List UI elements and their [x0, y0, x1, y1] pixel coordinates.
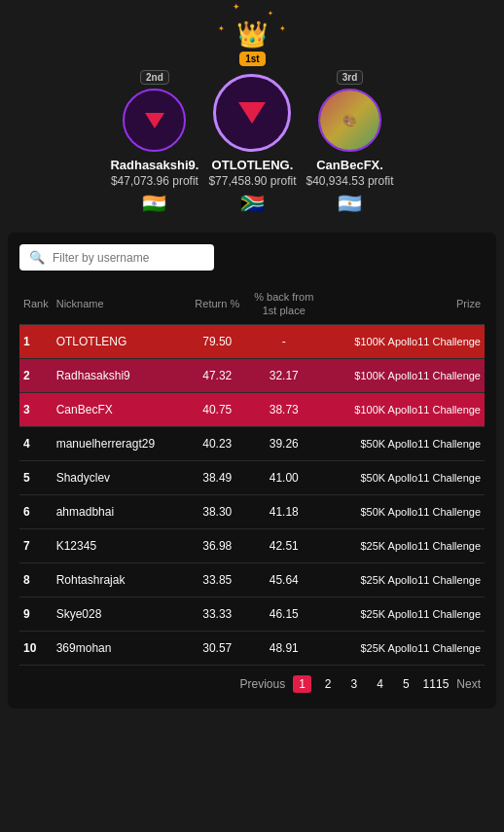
table-row: 1 OTLOTLENG 79.50 - $100K Apollo11 Chall… [19, 324, 485, 358]
cell-back: 42.51 [250, 528, 318, 562]
second-rank-badge: 2nd [140, 70, 169, 85]
cell-return: 47.32 [185, 358, 250, 392]
table-row: 8 Rohtashrajak 33.85 45.64 $25K Apollo11… [19, 562, 485, 597]
col-rank: Rank [19, 284, 53, 324]
podium-second: 2nd Radhasakshi9. $47,073.96 profit 🇮🇳 [110, 70, 198, 215]
cell-back: 48.91 [250, 631, 318, 665]
cell-back: 41.18 [250, 494, 318, 528]
third-rank-badge: 3rd [337, 70, 364, 85]
cell-rank: 5 [19, 460, 53, 494]
col-nickname: Nickname [53, 284, 185, 324]
third-name: CanBecFX. [316, 158, 383, 172]
second-profit: $47,073.96 profit [111, 174, 198, 188]
first-rank-badge: 1st [239, 52, 265, 66]
second-flag: 🇮🇳 [142, 192, 166, 215]
table-row: 10 369mohan 30.57 48.91 $25K Apollo11 Ch… [19, 631, 485, 665]
search-icon: 🔍 [29, 250, 45, 265]
cell-prize: $25K Apollo11 Challenge [318, 631, 485, 665]
prev-button[interactable]: Previous [239, 677, 285, 691]
first-flag: 🇿🇦 [240, 192, 265, 215]
cell-nickname: Rohtashrajak [53, 562, 185, 597]
cell-prize: $100K Apollo11 Challenge [318, 392, 485, 426]
cell-back: 46.15 [250, 597, 318, 631]
cell-return: 33.85 [185, 562, 250, 597]
first-avatar [213, 74, 291, 152]
table-row: 7 K12345 36.98 42.51 $25K Apollo11 Chall… [19, 528, 485, 562]
cell-rank: 4 [19, 426, 53, 460]
page-4[interactable]: 4 [371, 675, 389, 693]
cell-nickname: 369mohan [53, 631, 185, 665]
cell-return: 38.30 [185, 494, 250, 528]
next-button[interactable]: Next [456, 677, 481, 691]
first-crown-icon: 👑 [236, 19, 268, 50]
cell-rank: 2 [19, 358, 53, 392]
cell-rank: 1 [19, 324, 53, 358]
cell-prize: $50K Apollo11 Challenge [318, 494, 485, 528]
cell-prize: $50K Apollo11 Challenge [318, 426, 485, 460]
cell-back: 32.17 [250, 358, 318, 392]
cell-back: 39.26 [250, 426, 318, 460]
page-3[interactable]: 3 [345, 675, 364, 693]
table-row: 4 manuelherreragt29 40.23 39.26 $50K Apo… [19, 426, 485, 460]
first-name: OTLOTLENG. [212, 158, 294, 172]
pagination: Previous 1 2 3 4 5 1115 Next [19, 666, 485, 697]
cell-rank: 9 [19, 597, 53, 631]
third-avatar: 🎨 [318, 89, 381, 152]
cell-return: 36.98 [185, 528, 250, 562]
second-name: Radhasakshi9. [110, 158, 198, 172]
cell-nickname: Shadyclev [53, 460, 185, 494]
podium-third: 3rd 🎨 CanBecFX. $40,934.53 profit 🇦🇷 [306, 70, 394, 215]
page-2[interactable]: 2 [319, 675, 338, 693]
cell-back: 41.00 [250, 460, 318, 494]
cell-return: 79.50 [185, 324, 250, 358]
cell-rank: 3 [19, 392, 53, 426]
cell-prize: $100K Apollo11 Challenge [318, 324, 485, 358]
cell-back: - [250, 324, 318, 358]
cell-prize: $25K Apollo11 Challenge [318, 562, 485, 597]
cell-rank: 8 [19, 562, 53, 597]
cell-prize: $25K Apollo11 Challenge [318, 597, 485, 631]
podium-section: 2nd Radhasakshi9. $47,073.96 profit 🇮🇳 ✦… [0, 0, 504, 225]
cell-return: 38.49 [185, 460, 250, 494]
table-row: 6 ahmadbhai 38.30 41.18 $50K Apollo11 Ch… [19, 494, 485, 528]
cell-return: 40.23 [185, 426, 250, 460]
cell-prize: $50K Apollo11 Challenge [318, 460, 485, 494]
cell-back: 45.64 [250, 562, 318, 597]
cell-nickname: manuelherreragt29 [53, 426, 185, 460]
cell-nickname: ahmadbhai [53, 494, 185, 528]
second-avatar [123, 89, 186, 152]
page-last[interactable]: 1115 [423, 677, 450, 691]
page-1[interactable]: 1 [293, 675, 311, 693]
third-flag: 🇦🇷 [338, 192, 362, 215]
cell-nickname: Radhasakshi9 [53, 358, 185, 392]
cell-rank: 6 [19, 494, 53, 528]
cell-nickname: OTLOTLENG [53, 324, 185, 358]
leaderboard-table: Rank Nickname Return % % back from 1st p… [19, 284, 485, 666]
table-row: 3 CanBecFX 40.75 38.73 $100K Apollo11 Ch… [19, 392, 485, 426]
col-return: Return % [185, 284, 250, 324]
search-input[interactable] [53, 251, 204, 265]
search-bar[interactable]: 🔍 [19, 244, 214, 271]
cell-back: 38.73 [250, 392, 318, 426]
col-prize: Prize [318, 284, 485, 324]
third-profit: $40,934.53 profit [306, 174, 394, 188]
cell-nickname: CanBecFX [53, 392, 185, 426]
cell-nickname: K12345 [53, 528, 185, 562]
cell-nickname: Skye028 [53, 597, 185, 631]
cell-rank: 10 [19, 631, 53, 665]
podium-first: ✦ ✦ ✦ ✦ 👑 1st OTLOTLENG. $77,458.90 prof… [208, 19, 296, 215]
first-profit: $77,458.90 profit [208, 174, 296, 188]
table-row: 5 Shadyclev 38.49 41.00 $50K Apollo11 Ch… [19, 460, 485, 494]
page-5[interactable]: 5 [397, 675, 415, 693]
col-back: % back from 1st place [250, 284, 318, 324]
leaderboard-table-section: 🔍 Rank Nickname Return % % back from 1st… [8, 233, 496, 708]
cell-prize: $100K Apollo11 Challenge [318, 358, 485, 392]
cell-return: 30.57 [185, 631, 250, 665]
cell-rank: 7 [19, 528, 53, 562]
cell-prize: $25K Apollo11 Challenge [318, 528, 485, 562]
cell-return: 33.33 [185, 597, 250, 631]
table-row: 2 Radhasakshi9 47.32 32.17 $100K Apollo1… [19, 358, 485, 392]
table-row: 9 Skye028 33.33 46.15 $25K Apollo11 Chal… [19, 597, 485, 631]
cell-return: 40.75 [185, 392, 250, 426]
